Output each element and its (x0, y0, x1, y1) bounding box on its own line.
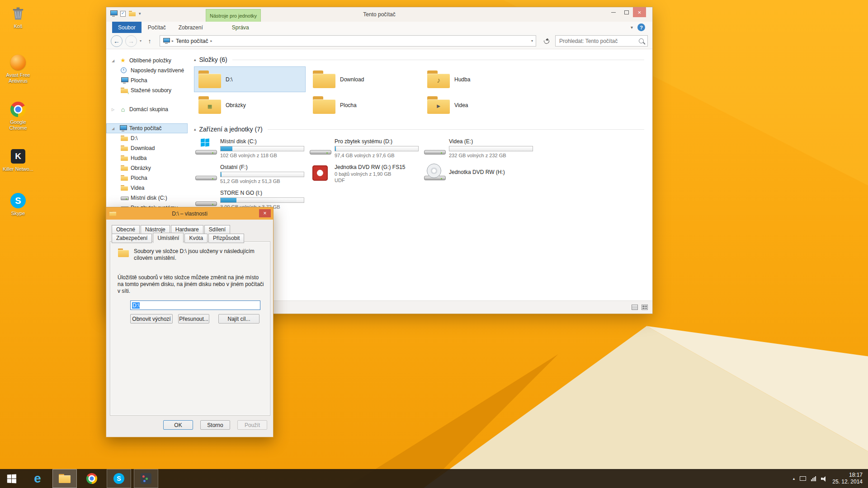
selected-path-text: D:\ (132, 302, 140, 309)
folder-tile-music[interactable]: ♪ Hudba (423, 66, 534, 92)
desktop-icon-recycle-bin[interactable]: Koš (2, 5, 34, 29)
close-button[interactable]: × (633, 7, 646, 17)
group-header-devices[interactable]: ▴ Zařízení a jednotky (7) (194, 124, 652, 134)
desktop-icon (121, 77, 128, 84)
target-path-input[interactable]: D:\ (130, 300, 260, 310)
nav-pictures[interactable]: Obrázky (106, 163, 188, 173)
explorer-titlebar[interactable]: ▾ Nástroje pro jednotky Tento počítač × (106, 7, 652, 22)
drive-tile-e[interactable]: Videa (E:) 232 GB volných z 232 GB (423, 136, 534, 162)
tab-security[interactable]: Zabezpečení (112, 234, 152, 243)
network-icon[interactable] (811, 476, 816, 481)
qat-customize-chevron-icon[interactable]: ▾ (139, 11, 141, 16)
ok-button[interactable]: OK (163, 420, 193, 430)
desktop-icon-avast[interactable]: Avast Free Antivirus (2, 53, 34, 84)
nav-d-drive-folder[interactable]: D:\ (106, 133, 188, 143)
restore-default-button[interactable]: Obnovit výchozí (130, 314, 173, 324)
tab-view[interactable]: Zobrazení (172, 22, 209, 33)
drive-tile-f[interactable]: Ostatní (F:) 51,2 GB volných z 51,3 GB (194, 162, 306, 188)
desktop-icon-skype[interactable]: S Skype (2, 192, 34, 216)
cancel-button[interactable]: Storno (200, 420, 230, 430)
nav-music[interactable]: Hudba (106, 153, 188, 163)
taskbar-clock[interactable]: 18:17 25. 12. 2014 (832, 472, 863, 485)
tab-manage[interactable]: Správa (226, 22, 255, 33)
group-collapse-icon[interactable]: ▴ (194, 57, 196, 62)
drive-tile-h[interactable]: Jednotka DVD RW (H:) (423, 162, 534, 188)
folder-tile-download[interactable]: Download (308, 66, 420, 92)
find-target-button[interactable]: Najít cíl... (218, 314, 259, 324)
windows-logo-icon (7, 474, 16, 483)
desktop-icon-label: Killer Netwo... (2, 166, 34, 172)
window-controls: × (607, 7, 646, 17)
group-header-folders[interactable]: ▴ Složky (6) (194, 55, 652, 65)
nav-this-pc[interactable]: ◢ Tento počítač (106, 123, 188, 133)
folder-tile-videos[interactable]: ▶ Videa (423, 92, 534, 118)
search-input[interactable]: Prohledat: Tento počítač (555, 35, 648, 47)
apply-button[interactable]: Použít (237, 420, 267, 430)
move-button[interactable]: Přesunout... (178, 314, 209, 324)
nav-downloads[interactable]: ↓ Stažené soubory (106, 85, 188, 95)
search-icon[interactable] (639, 38, 644, 43)
dialog-close-button[interactable]: × (259, 209, 271, 217)
help-icon[interactable]: ? (637, 23, 645, 31)
qat-properties-icon[interactable] (120, 11, 126, 17)
nav-download[interactable]: Download (106, 143, 188, 153)
drive-tile-c[interactable]: Místní disk (C:) 102 GB volných z 118 GB (194, 136, 306, 162)
expand-icon[interactable]: ▷ (112, 108, 117, 112)
nav-desktop[interactable]: Plocha (106, 75, 188, 85)
nav-favorites[interactable]: ◢ ★ Oblíbené položky (106, 56, 188, 66)
folder-icon (198, 70, 222, 89)
nav-videos[interactable]: Videa (106, 183, 188, 193)
folder-tile-pictures[interactable]: ▦ Obrázky (194, 92, 306, 118)
drive-tile-d[interactable]: Pro zbytek systému (D:) 97,4 GB volných … (308, 136, 420, 162)
tab-quota[interactable]: Kvóta (184, 234, 208, 243)
nav-homegroup[interactable]: ▷ ⌂ Domácí skupina (106, 104, 188, 114)
start-button[interactable] (0, 469, 23, 488)
back-button[interactable]: ← (111, 35, 123, 47)
address-dropdown-chevron-icon[interactable]: ▾ (531, 39, 533, 43)
address-bar[interactable]: ▸ Tento počítač ▸ ▾ (160, 35, 536, 47)
nav-desktop-pc[interactable]: Plocha (106, 173, 188, 183)
qat-new-folder-icon[interactable] (129, 11, 136, 16)
desktop-icon-killer[interactable]: K Killer Netwo... (2, 147, 34, 172)
large-icons-view-button[interactable] (642, 305, 648, 310)
recent-locations-chevron-icon[interactable]: ▾ (140, 39, 142, 43)
drive-tools-context-tab[interactable]: Nástroje pro jednotky (206, 9, 261, 22)
properties-dialog: D:\ – vlastnosti × Obecné Nástroje Hardw… (106, 207, 274, 437)
details-view-button[interactable] (632, 305, 638, 310)
folder-tile-desktop[interactable]: Plocha (308, 92, 420, 118)
taskbar-ie-button[interactable]: e (25, 469, 50, 488)
drive-tile-g[interactable]: Jednotka DVD RW (G:) FS15 0 bajtů volnýc… (308, 162, 420, 188)
collapse-icon[interactable]: ◢ (112, 127, 117, 131)
ribbon-collapse-chevron-icon[interactable]: ▾ (631, 25, 633, 30)
breadcrumb-chevron-icon[interactable]: ▸ (210, 39, 212, 43)
system-tray: ▴ 18:17 25. 12. 2014 (793, 472, 868, 485)
pc-status-icon[interactable] (800, 476, 806, 481)
volume-icon[interactable] (821, 476, 827, 482)
tab-sharing[interactable]: Sdílení (204, 225, 230, 234)
folder-tile-d[interactable]: D:\ (194, 66, 306, 92)
tab-general[interactable]: Obecné (112, 225, 140, 234)
up-button[interactable]: ↑ (144, 38, 155, 45)
desktop-icon-chrome[interactable]: Google Chrome (2, 100, 34, 131)
taskbar-skype-button[interactable]: S (107, 469, 131, 488)
breadcrumb-chevron-icon[interactable]: ▸ (172, 39, 174, 43)
minimize-button[interactable] (607, 7, 620, 17)
nav-local-disk-c[interactable]: Místní disk (C:) (106, 193, 188, 203)
refresh-button[interactable] (541, 38, 552, 44)
dialog-titlebar[interactable]: D:\ – vlastnosti × (106, 207, 273, 220)
tab-file[interactable]: Soubor (112, 22, 142, 33)
maximize-button[interactable] (620, 7, 633, 17)
tab-location[interactable]: Umístění (153, 233, 184, 243)
collapse-icon[interactable]: ◢ (112, 59, 117, 63)
group-collapse-icon[interactable]: ▴ (194, 127, 196, 131)
tab-computer[interactable]: Počítač (142, 22, 172, 33)
system-menu-icon[interactable] (110, 10, 117, 17)
tab-customize[interactable]: Přizpůsobit (208, 234, 244, 243)
taskbar-explorer-button[interactable] (52, 469, 77, 488)
forward-button[interactable]: → (125, 35, 137, 47)
nav-recent-places[interactable]: Naposledy navštívené (106, 66, 188, 75)
taskbar-chrome-button[interactable] (80, 469, 104, 488)
breadcrumb[interactable]: Tento počítač (176, 38, 208, 44)
hidden-icons-chevron-icon[interactable]: ▴ (793, 476, 795, 481)
taskbar-app-button[interactable] (134, 469, 158, 488)
